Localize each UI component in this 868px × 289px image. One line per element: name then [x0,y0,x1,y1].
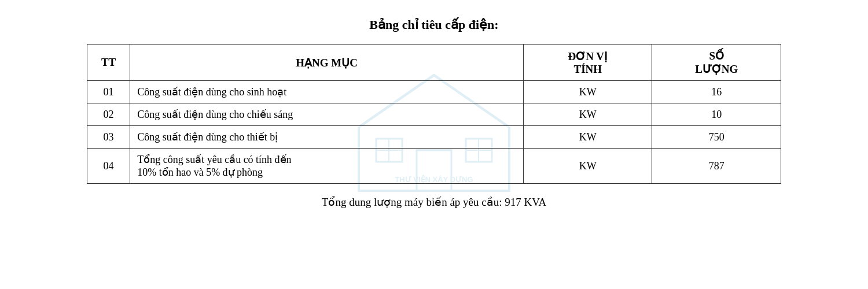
cell-tt: 04 [87,149,130,184]
cell-so-luong: 750 [652,126,781,149]
cell-hang-muc: Tổng công suất yêu cầu có tính đến10% tổ… [130,149,524,184]
header-hang-muc: HẠNG MỤC [130,45,524,81]
header-don-vi: ĐƠN VỊTÍNH [524,45,652,81]
cell-don-vi: KW [524,103,652,126]
table-row: 04Tổng công suất yêu cầu có tính đến10% … [87,149,781,184]
cell-tt: 01 [87,81,130,103]
cell-so-luong: 787 [652,149,781,184]
cell-tt: 03 [87,126,130,149]
cell-hang-muc: Công suất điện dùng cho sinh hoạt [130,81,524,103]
cell-so-luong: 10 [652,103,781,126]
cell-don-vi: KW [524,126,652,149]
cell-don-vi: KW [524,81,652,103]
table-header-row: TT HẠNG MỤC ĐƠN VỊTÍNH SỐLƯỢNG [87,45,781,81]
cell-tt: 02 [87,103,130,126]
header-so-luong: SỐLƯỢNG [652,45,781,81]
table-container: TT HẠNG MỤC ĐƠN VỊTÍNH SỐLƯỢNG 01Công su… [87,44,781,184]
cell-hang-muc: Công suất điện dùng cho thiết bị [130,126,524,149]
table-row: 03Công suất điện dùng cho thiết bịKW750 [87,126,781,149]
header-tt: TT [87,45,130,81]
cell-hang-muc: Công suất điện dùng cho chiếu sáng [130,103,524,126]
cell-so-luong: 16 [652,81,781,103]
page-title: Bảng chỉ tiêu cấp điện: [369,17,498,32]
cell-don-vi: KW [524,149,652,184]
footer-text: Tổng dung lượng máy biến áp yêu cầu: 917… [322,195,546,209]
table-row: 01Công suất điện dùng cho sinh hoạtKW16 [87,81,781,103]
table-row: 02Công suất điện dùng cho chiếu sángKW10 [87,103,781,126]
data-table: TT HẠNG MỤC ĐƠN VỊTÍNH SỐLƯỢNG 01Công su… [87,44,781,184]
